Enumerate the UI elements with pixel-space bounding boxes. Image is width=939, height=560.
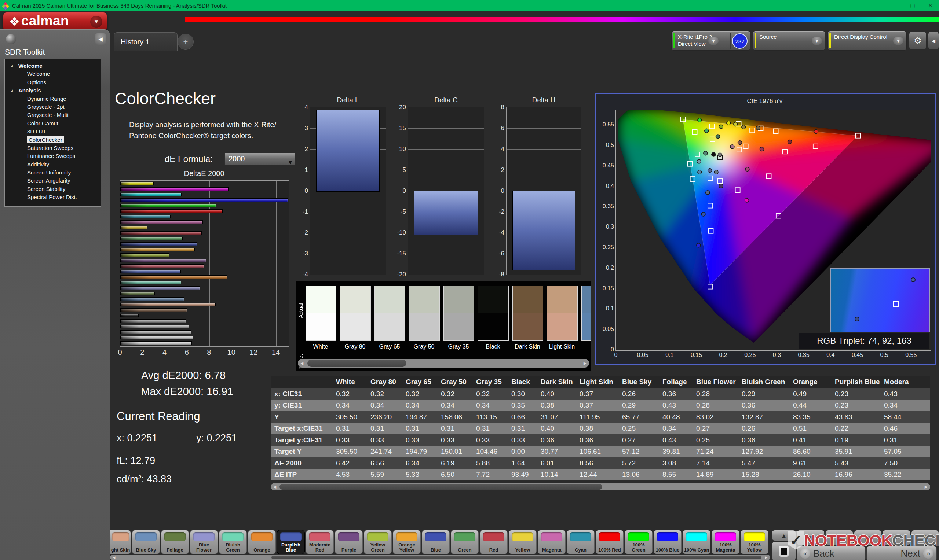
pattern-up-button[interactable]: ▲ <box>772 530 796 541</box>
patch-button-100-green[interactable]: 100% Green <box>624 530 652 554</box>
patch-button-100-cyan[interactable]: 100% Cyan <box>683 530 711 554</box>
patch-button-bluish-green[interactable]: Bluish Green <box>219 530 247 554</box>
x-tick-label: 8 <box>207 348 211 357</box>
swatch-scrollbar[interactable]: ◀▶ <box>298 359 589 368</box>
back-button[interactable]: « Back <box>797 546 866 560</box>
tree-expander-icon[interactable]: ◢ <box>10 86 13 95</box>
patch-button-100-yellow[interactable]: 100% Yellow <box>740 530 768 554</box>
sidebar-item-screen-uniformity[interactable]: Screen Uniformity <box>5 169 101 177</box>
sidebar-item-colorchecker[interactable]: ColorChecker <box>5 136 101 144</box>
de-formula-select[interactable]: 2000 ▼ <box>225 153 295 165</box>
table-cell: 150.01 <box>441 448 476 455</box>
patch-button-orange[interactable]: Orange <box>248 530 276 554</box>
media-button-4[interactable]: S <box>911 530 939 545</box>
patch-button-blue-flower[interactable]: Blue Flower <box>190 530 218 554</box>
table-cell: 35.22 <box>884 471 930 478</box>
sidebar-item-3d-lut[interactable]: 3D LUT <box>5 128 101 135</box>
sidebar-item-luminance-sweeps[interactable]: Luminance Sweeps <box>5 152 101 160</box>
cie-1976-panel[interactable]: CIE 1976 u'v' RGB Triplet: 74, 92, 163 0… <box>595 93 936 365</box>
patch-button-100-magenta[interactable]: 100% Magenta <box>712 530 740 554</box>
meter-dropdown-arrow-icon[interactable]: ▼ <box>708 37 719 45</box>
table-cell: 58.44 <box>884 413 930 421</box>
patch-button-magenta[interactable]: Magenta <box>538 530 566 554</box>
sidebar-item-analysis[interactable]: ◢Analysis <box>5 86 101 95</box>
scroll-right-icon[interactable]: ▶ <box>922 483 930 490</box>
tab-history-1[interactable]: History 1 <box>114 32 177 51</box>
x-tick-label: 0 <box>614 352 618 358</box>
sidebar-item-welcome[interactable]: ◢Welcome <box>5 62 101 70</box>
x-tick-label: 0.05 <box>637 352 649 358</box>
media-button-2[interactable]: ▦ <box>854 530 882 545</box>
table-cell: 0.31 <box>884 436 930 444</box>
calman-menu-chevron-icon[interactable]: ▼ <box>90 16 102 28</box>
patch-label: Green <box>452 548 478 553</box>
patch-button-cyan[interactable]: Cyan <box>567 530 595 554</box>
panel-collapse-icon[interactable]: ◀ <box>928 32 939 50</box>
patch-button-yellow[interactable]: Yellow <box>509 530 537 554</box>
patch-button-100-red[interactable]: 100% Red <box>596 530 624 554</box>
measurement-count-badge[interactable]: 232 <box>732 33 748 49</box>
swatch-gray-80 <box>340 286 371 341</box>
sidebar-item-spectral-power-dist-[interactable]: Spectral Power Dist. <box>5 193 101 201</box>
scroll-left-icon[interactable]: ◀ <box>271 483 279 490</box>
display-control-dropdown-arrow-icon[interactable]: ▼ <box>893 37 904 45</box>
calman-main-menu-button[interactable]: ❖ calman ▼ <box>3 12 107 31</box>
sidebar-item-dynamic-range[interactable]: Dynamic Range <box>5 95 101 103</box>
media-button-1[interactable]: ▶ <box>825 530 853 545</box>
scroll-left-icon[interactable]: ◀ <box>110 555 118 560</box>
row-label: Target y:CIE31 <box>271 436 336 444</box>
scroll-right-icon[interactable]: ▶ <box>581 359 589 368</box>
sidebar-sphere-button[interactable] <box>6 34 16 45</box>
patch-button-purplish-blue[interactable]: Purplish Blue <box>277 530 305 554</box>
sidebar-item-grayscale-2pt[interactable]: Grayscale - 2pt <box>5 103 101 111</box>
row-label: Target x:CIE31 <box>271 425 336 432</box>
meter-dropdown[interactable]: X-Rite i1Pro 2 Direct View ▼ 232 <box>671 31 751 51</box>
add-tab-button[interactable]: + <box>177 34 194 50</box>
sidebar-item-screen-stability[interactable]: Screen Stability <box>5 185 101 193</box>
patch-label: 100% Blue <box>654 548 681 553</box>
scroll-right-icon[interactable]: ▶ <box>762 555 770 560</box>
source-dropdown[interactable]: Source ▼ <box>752 31 825 51</box>
patch-button-foliage[interactable]: Foliage <box>161 530 189 554</box>
sidebar-item-label: Grayscale - 2pt <box>27 104 65 110</box>
swatch-target <box>547 313 577 340</box>
patch-button-blue-sky[interactable]: Blue Sky <box>132 530 160 554</box>
stop-measure-button[interactable] <box>772 542 796 560</box>
media-button-0[interactable]: ■ <box>797 530 825 545</box>
sidebar-item-color-gamut[interactable]: Color Gamut <box>5 120 101 128</box>
patch-button-blue[interactable]: Blue <box>422 530 450 554</box>
table-horizontal-scrollbar[interactable]: ◀▶ <box>271 483 930 490</box>
display-control-dropdown[interactable]: Direct Display Control ▼ <box>828 31 907 51</box>
sidebar-item-saturation-sweeps[interactable]: Saturation Sweeps <box>5 144 101 152</box>
patch-toolbar-scrollbar[interactable]: ◀▶ <box>110 555 770 560</box>
patch-button-yellow-green[interactable]: Yellow Green <box>364 530 392 554</box>
sidebar-item-options[interactable]: Options <box>5 78 101 86</box>
tree-expander-icon[interactable]: ◢ <box>10 62 13 70</box>
sidebar-item-screen-angularity[interactable]: Screen Angularity <box>5 177 101 185</box>
scrollbar-thumb[interactable] <box>307 360 406 367</box>
sidebar-collapse-icon[interactable]: ◀ <box>95 33 106 45</box>
minimize-icon[interactable]: – <box>886 0 904 11</box>
media-button-3[interactable]: ∞ <box>882 530 910 545</box>
patch-button-red[interactable]: Red <box>480 530 508 554</box>
source-dropdown-arrow-icon[interactable]: ▼ <box>812 37 822 45</box>
sidebar-item-welcome[interactable]: Welcome <box>5 70 101 78</box>
maximize-icon[interactable]: ▢ <box>904 0 921 11</box>
next-button[interactable]: Next » <box>867 546 937 560</box>
delta-h-bar <box>512 191 575 270</box>
patch-button-100-blue[interactable]: 100% Blue <box>654 530 682 554</box>
patch-button-moderate-red[interactable]: Moderate Red <box>306 530 334 554</box>
scroll-left-icon[interactable]: ◀ <box>298 359 306 368</box>
sidebar-item-grayscale-multi[interactable]: Grayscale - Multi <box>5 111 101 119</box>
close-icon[interactable]: ✕ <box>921 0 939 11</box>
sidebar-item-additivity[interactable]: Additivity <box>5 160 101 169</box>
patch-button-ght-skin[interactable]: ght Skin <box>110 530 131 554</box>
patch-button-purple[interactable]: Purple <box>335 530 363 554</box>
patch-button-orange-yellow[interactable]: Orange Yellow <box>393 530 421 554</box>
y-tick-label: 0 <box>403 187 408 195</box>
table-cell: 0.51 <box>793 425 835 432</box>
settings-gear-icon[interactable]: ⚙ <box>909 32 927 50</box>
scrollbar-thumb[interactable] <box>271 555 761 559</box>
patch-button-green[interactable]: Green <box>451 530 479 554</box>
scrollbar-thumb[interactable] <box>279 484 602 490</box>
